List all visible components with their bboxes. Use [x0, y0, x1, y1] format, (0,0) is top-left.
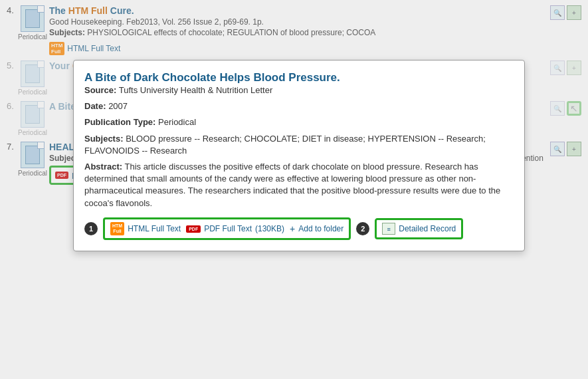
detailed-record-btn[interactable]: ≡ Detailed Record [382, 223, 456, 235]
popup-date: Date: 2007 [84, 100, 514, 112]
popup-abstract: Abstract: This article discusses the pos… [84, 161, 514, 209]
pdf-btn-icon: PDF [186, 225, 201, 233]
article-popup: A Bite of Dark Chocolate Helps Blood Pre… [73, 60, 525, 251]
detail-record-icon: ≡ [382, 223, 395, 235]
popup-source: Source: Tufts University Health & Nutrit… [84, 84, 514, 96]
add-folder-icon: + [290, 223, 295, 234]
popup-pub-type: Publication Type: Periodical [84, 116, 514, 128]
pdf-full-text-btn[interactable]: PDF PDF Full Text (130KB) [186, 224, 284, 233]
add-to-folder-btn[interactable]: + Add to folder [290, 223, 343, 234]
annotation-1: 1 [84, 222, 98, 235]
popup-actions: 1 HTMFull HTML Full Text PDF PDF Full Te… [84, 217, 514, 241]
popup-title[interactable]: A Bite of Dark Chocolate Helps Blood Pre… [84, 71, 340, 84]
annotation-2: 2 [356, 222, 369, 235]
html-full-text-btn[interactable]: HTMFull HTML Full Text [110, 222, 181, 236]
popup-actions-box-2: ≡ Detailed Record [375, 218, 463, 239]
html-btn-icon: HTMFull [110, 222, 124, 236]
popup-subjects: Subjects: BLOOD pressure -- Research; CH… [84, 133, 514, 157]
popup-actions-box-1: HTMFull HTML Full Text PDF PDF Full Text… [103, 217, 351, 241]
